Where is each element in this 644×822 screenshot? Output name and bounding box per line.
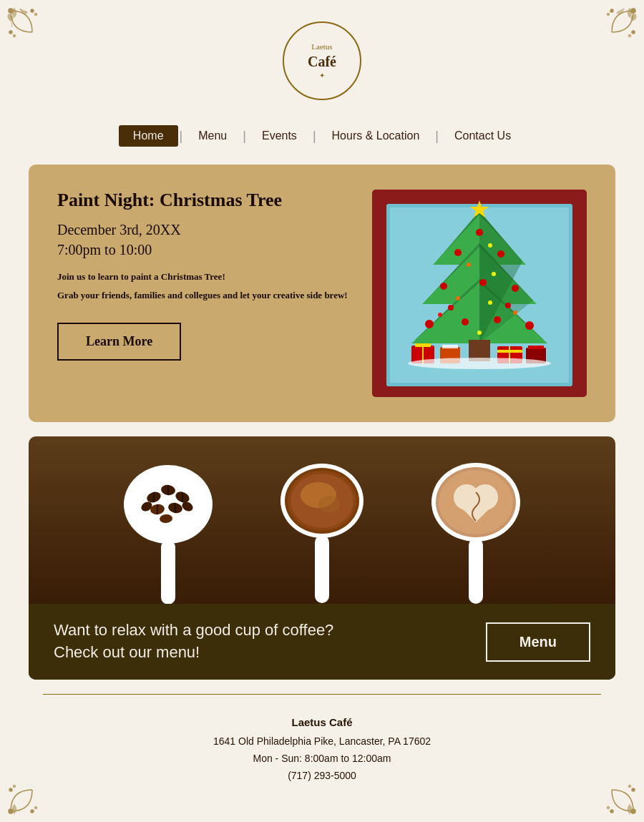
coffee-tagline: Want to relax with a good cup of coffee?… [54, 620, 333, 664]
svg-point-4 [14, 35, 16, 37]
svg-point-60 [488, 300, 492, 305]
coffee-section: Want to relax with a good cup of coffee?… [29, 436, 615, 680]
main-nav: Home | Menu | Events | Hours & Location … [0, 118, 644, 157]
svg-point-18 [608, 807, 610, 809]
logo-name-line2: Café [308, 52, 336, 71]
svg-point-36 [440, 283, 447, 290]
svg-point-37 [479, 279, 487, 286]
svg-point-59 [456, 296, 460, 300]
svg-point-64 [124, 465, 213, 544]
svg-point-6 [610, 9, 613, 12]
learn-more-button[interactable]: Learn More [57, 323, 181, 361]
corner-decoration-tl [7, 7, 57, 57]
footer-hours: Mon - Sun: 8:00am to 12:00am [0, 753, 644, 764]
svg-point-40 [462, 318, 469, 326]
coffee-spoons-display [29, 451, 615, 608]
event-title: Paint Night: Christmas Tree [57, 190, 351, 211]
svg-point-1 [31, 9, 34, 12]
svg-rect-49 [442, 345, 458, 348]
event-content: Paint Night: Christmas Tree December 3rd… [57, 190, 351, 361]
nav-hours[interactable]: Hours & Location [318, 125, 434, 147]
svg-rect-80 [315, 535, 329, 603]
christmas-tree-painting [372, 190, 587, 397]
menu-button[interactable]: Menu [486, 622, 590, 662]
svg-point-11 [31, 810, 34, 813]
corner-decoration-bl [7, 765, 57, 815]
svg-point-2 [9, 31, 12, 34]
footer-cafe-name: Laetus Café [0, 716, 644, 728]
svg-point-57 [467, 263, 471, 267]
footer-phone: (717) 293-5000 [0, 770, 644, 781]
spoon-espresso [265, 451, 379, 608]
svg-point-41 [494, 316, 501, 323]
svg-rect-65 [161, 540, 175, 605]
nav-menu[interactable]: Menu [184, 125, 241, 147]
footer-divider [43, 694, 601, 695]
svg-point-12 [9, 788, 12, 791]
svg-point-35 [497, 250, 504, 258]
event-time: 7:00pm to 10:00 [57, 242, 351, 258]
svg-point-39 [425, 320, 434, 328]
svg-point-9 [629, 35, 631, 37]
svg-point-38 [512, 285, 519, 292]
svg-point-13 [35, 807, 37, 809]
svg-rect-54 [528, 346, 544, 349]
logo-name-line1: Laetus [308, 41, 336, 52]
nav-divider-3: | [311, 129, 318, 144]
logo-tagline: ✦ [308, 71, 336, 80]
svg-point-34 [454, 249, 462, 256]
svg-point-85 [318, 496, 340, 513]
nav-divider-2: | [241, 129, 248, 144]
svg-point-3 [35, 14, 37, 16]
logo[interactable]: Laetus Café ✦ [283, 21, 361, 100]
coffee-tagline-line2: Check out our menu! [54, 642, 333, 664]
svg-point-63 [513, 310, 517, 315]
svg-point-61 [438, 313, 442, 317]
svg-point-42 [525, 321, 534, 330]
footer-address: 1641 Old Philadelphia Pike, Lancaster, P… [0, 735, 644, 747]
nav-divider-4: | [434, 129, 440, 144]
svg-point-14 [14, 786, 16, 788]
logo-text: Laetus Café ✦ [308, 41, 336, 79]
svg-point-56 [488, 243, 492, 248]
svg-point-17 [632, 788, 635, 791]
event-description-2: Grab your friends, families and collegue… [57, 290, 351, 301]
svg-point-62 [477, 331, 482, 335]
spoon-beans [107, 451, 229, 608]
corner-decoration-br [587, 765, 637, 815]
corner-decoration-tr [587, 7, 637, 57]
event-image [372, 190, 587, 397]
svg-point-16 [610, 810, 613, 813]
spoon-latte [415, 451, 537, 608]
page-footer: Laetus Café 1641 Old Philadelphia Pike, … [0, 709, 644, 810]
nav-events[interactable]: Events [248, 125, 311, 147]
nav-contact[interactable]: Contact Us [440, 125, 525, 147]
svg-point-58 [492, 272, 496, 276]
svg-point-43 [448, 305, 454, 310]
coffee-overlay: Want to relax with a good cup of coffee?… [29, 604, 615, 680]
nav-home[interactable]: Home [119, 125, 178, 147]
svg-rect-87 [469, 538, 483, 604]
svg-point-33 [476, 229, 483, 236]
svg-point-44 [505, 303, 511, 308]
nav-divider-1: | [178, 129, 185, 144]
coffee-tagline-line1: Want to relax with a good cup of coffee? [54, 620, 333, 642]
page-header: Laetus Café ✦ [0, 0, 644, 118]
svg-point-7 [632, 31, 635, 34]
svg-point-55 [408, 358, 551, 369]
event-card: Paint Night: Christmas Tree December 3rd… [29, 165, 615, 422]
svg-rect-52 [497, 350, 522, 353]
event-description-1: Join us to learn to paint a Christmas Tr… [57, 271, 351, 283]
svg-point-19 [629, 786, 631, 788]
event-date: December 3rd, 20XX [57, 222, 351, 238]
svg-point-8 [608, 14, 610, 16]
